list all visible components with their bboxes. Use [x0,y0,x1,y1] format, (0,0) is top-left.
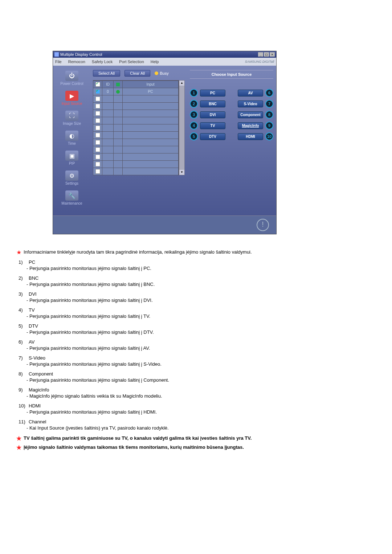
app-window: Multiple Display Control _ □ × File Remo… [53,51,277,234]
sidebar-item-time[interactable]: ◐Time [54,131,90,145]
grid-row[interactable] [93,146,179,153]
power-icon: ⏻ [65,71,78,81]
source-bnc-button[interactable]: BNC [200,100,225,107]
list-item: 2)BNC [19,275,392,281]
callout-8: 8 [265,111,273,119]
row-checkbox[interactable] [95,97,100,101]
grid-row[interactable] [93,160,179,168]
source-svideo-button[interactable]: S-Video [238,100,263,107]
grid-row[interactable] [93,124,179,131]
item-description: - Perjungia pasirinkto monitoriaus įėjim… [26,282,392,287]
row-checkbox[interactable] [95,89,100,94]
menu-file[interactable]: File [55,59,62,64]
source-magicinfo-button[interactable]: MagicInfo [238,122,263,129]
row-checkbox[interactable] [95,133,100,138]
callout-5: 5 [190,132,198,140]
list-item: 3)DVI [19,291,392,297]
item-description: - Kai Input Source (įvesties šaltinis) y… [26,425,392,431]
row-checkbox[interactable] [95,126,100,130]
select-all-button[interactable]: Select All [93,70,120,77]
list-item: 1)PC [19,259,392,265]
source-hdmi-button[interactable]: HDMI [238,133,263,140]
brand-label: SAMSUNG DIGITall [245,60,274,63]
row-checkbox[interactable] [95,104,100,108]
source-tv-button[interactable]: TV [200,122,225,129]
row-checkbox[interactable] [95,118,100,123]
scroll-down-icon[interactable]: ▼ [179,170,184,175]
display-grid: ID Input 0 PC [93,80,179,175]
grid-row[interactable] [93,139,179,146]
source-dvi-button[interactable]: DVI [200,111,225,118]
sidebar-item-input-source[interactable]: ▶Input Source [54,91,90,106]
source-dtv-button[interactable]: DTV [200,133,225,140]
callout-6: 6 [265,89,273,97]
grid-header: ID Input [93,81,179,88]
menu-help[interactable]: Help [151,59,159,64]
sidebar-item-power[interactable]: ⏻Power Control [54,71,90,86]
intro-text: Informaciniame tinklelyje nurodyta tam t… [24,249,252,255]
menu-remocon[interactable]: Remocon [68,59,85,64]
row-checkbox[interactable] [95,111,100,116]
list-item: 7)S-Video [19,355,392,361]
callout-4: 4 [190,122,198,130]
sidebar-item-maintenance[interactable]: 🔧Maintenance [54,190,90,205]
row-checkbox[interactable] [95,162,100,167]
row-checkbox[interactable] [95,155,100,159]
busy-dot-icon [155,71,158,75]
menu-bar: File Remocon Safety Lock Port Selection … [53,58,276,66]
grid-row[interactable] [93,117,179,124]
item-description: - MagicInfo įėjimo signalo šaltinis veik… [26,393,392,399]
source-av-button[interactable]: AV [238,90,263,97]
source-pc-button[interactable]: PC [200,90,225,97]
scrollbar[interactable]: ▲ ▼ [179,80,185,175]
row-input: PC [123,88,179,95]
star-icon: ★ [16,444,21,451]
menu-port-selection[interactable]: Port Selection [119,59,144,64]
item-description: - Perjungia pasirinkto monitoriaus įėjim… [26,313,392,319]
close-button[interactable]: × [270,52,275,57]
callout-10: 10 [265,132,273,140]
row-checkbox[interactable] [95,169,100,174]
grid-row[interactable] [93,110,179,117]
alert-icon: ! [257,219,269,231]
maximize-button[interactable]: □ [264,52,269,57]
image-size-icon: ⛶ [65,111,78,121]
item-description: - Perjungia pasirinkto monitoriaus įėjim… [26,361,392,367]
grid-row[interactable] [93,168,179,175]
sidebar-item-settings[interactable]: ⚙Settings [54,171,90,185]
item-description: - Perjungia pasirinkto monitoriaus įėjim… [26,409,392,415]
input-source-icon: ▶ [65,91,78,101]
note-text: Įėjimo signalo šaltinio valdymas taikoma… [24,444,244,450]
status-bar: ! [53,216,276,234]
sidebar-item-pip[interactable]: ▣PIP [54,151,90,165]
list-item: 11)Channel [19,419,392,424]
item-description: - Perjungia pasirinkto monitoriaus įėjim… [26,266,392,271]
window-title: Multiple Display Control [60,52,258,57]
maintenance-icon: 🔧 [65,190,78,201]
clear-all-button[interactable]: Clear All [124,70,150,77]
menu-safety-lock[interactable]: Safety Lock [92,59,113,64]
callout-2: 2 [190,100,198,108]
callout-7: 7 [265,100,273,108]
star-icon: ★ [16,249,21,255]
grid-row[interactable]: 0 PC [93,88,179,95]
col-signal-icon [114,81,123,88]
row-checkbox[interactable] [95,140,100,145]
minimize-button[interactable]: _ [258,52,263,57]
sidebar-item-image-size[interactable]: ⛶Image Size [54,111,90,126]
row-id: 0 [102,88,114,95]
source-component-button[interactable]: Component [238,111,263,118]
scroll-up-icon[interactable]: ▲ [179,81,184,86]
input-source-panel: Choose Input Source 1PCAV6 2BNCS-Video7 … [187,66,276,216]
list-item: 5)DTV [19,323,392,329]
pip-icon: ▣ [65,151,78,161]
grid-row[interactable] [93,131,179,139]
col-id: ID [102,81,114,88]
signal-ok-icon [116,90,120,94]
row-checkbox[interactable] [95,147,100,152]
header-checkbox[interactable] [95,82,100,87]
grid-row[interactable] [93,102,179,110]
grid-row[interactable] [93,153,179,160]
app-icon [54,52,59,57]
grid-row[interactable] [93,95,179,102]
